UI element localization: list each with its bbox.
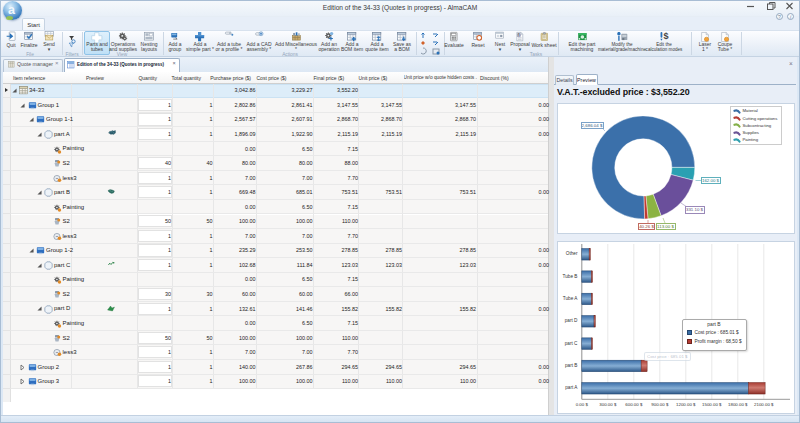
svg-text:$: $ xyxy=(663,31,668,41)
